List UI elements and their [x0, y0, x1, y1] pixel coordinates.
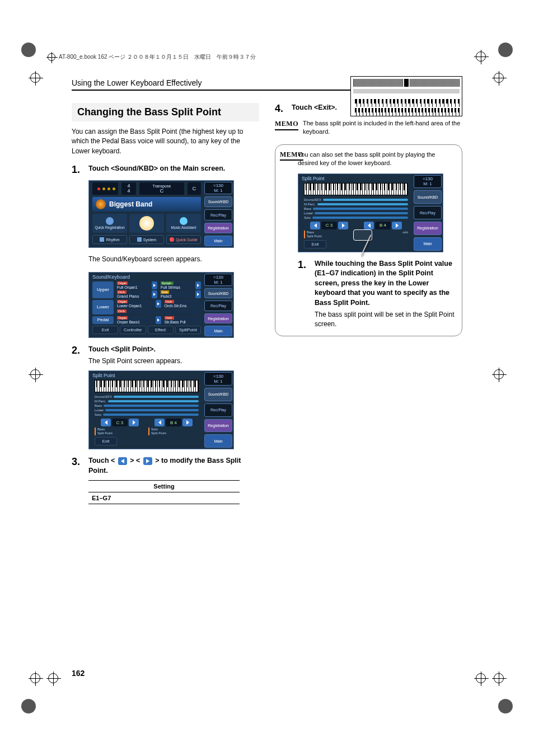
voice-l1[interactable]: OrganLower Organ1	[115, 300, 154, 308]
right-arrow-icon	[143, 457, 152, 465]
part-lower[interactable]: Lower	[92, 300, 114, 314]
solo-split-value[interactable]: B 4	[375, 222, 391, 229]
voice-u2[interactable]: Symph.Full Strings	[159, 281, 194, 289]
bass-split-group: C 3 Bass Split Point	[304, 222, 354, 238]
step-number: 1.	[72, 164, 83, 176]
split-point-screen: Split Point Drums/SFX M.Perc. Bass Lower…	[88, 370, 234, 449]
page-number: 162	[72, 669, 85, 678]
memo-text: The bass split point is included in the …	[303, 119, 462, 137]
main-screen: 4 4 Transpose C C Biggest Band Quick Reg…	[88, 180, 234, 248]
step-2: 2. Touch <Split Point>. The Split Point …	[72, 345, 259, 366]
bass-dec-button[interactable]	[101, 419, 111, 426]
splitpoint-button[interactable]: SplitPoint	[175, 326, 201, 334]
voice-next-icon[interactable]	[156, 300, 161, 308]
voice-next-icon[interactable]	[195, 290, 201, 298]
memo-icon: MEMO	[275, 119, 298, 130]
style-disc-icon	[96, 199, 106, 209]
voice-next-icon[interactable]	[195, 281, 201, 289]
voice-next-icon[interactable]	[152, 281, 157, 289]
voice-next-icon[interactable]	[156, 316, 161, 324]
tempo-indicator: =130M: 1	[414, 175, 442, 189]
split-point-screen-memo: Split Point Drums/SFX M.Perc. Bass Lower…	[298, 173, 443, 252]
left-arrow-icon	[118, 457, 127, 465]
registration-side-button[interactable]: Registration	[204, 223, 232, 233]
step-head: Touch < > < > to modify the Bass Split P…	[88, 456, 259, 476]
solo-inc-button[interactable]	[182, 419, 193, 426]
memo-text: You can also set the bass split point by…	[298, 151, 455, 168]
step-3: 3. Touch < > < > to modify the Bass Spli…	[72, 456, 259, 476]
quick-registration-button[interactable]: Quick Registration	[92, 214, 127, 233]
transpose-cell[interactable]: Transpose C	[139, 182, 184, 195]
step-after: The bass split point will be set in the …	[315, 310, 455, 329]
controller-button[interactable]: Controller	[120, 326, 146, 334]
bass-dec-button[interactable]	[310, 222, 320, 229]
recplay-side-button[interactable]: Rec/Play	[414, 206, 442, 219]
voice-u3[interactable]: Orch.Grand Piano	[115, 290, 150, 298]
voice-p1[interactable]: OrganOrgan Bass1	[115, 316, 154, 324]
step-1: 1. Touch <Sound/KBD> on the Main screen.	[72, 164, 259, 176]
effect-button[interactable]: Effect	[148, 326, 174, 334]
quick-guide-button[interactable]: Quick Guide	[166, 235, 201, 244]
voice-next-icon[interactable]	[152, 290, 157, 298]
solo-dec-button[interactable]	[154, 419, 165, 426]
header-filename: AT-800_e.book 162 ページ ２００８年１０月１５日 水曜日 午前…	[59, 53, 256, 61]
bass-inc-button[interactable]	[129, 419, 139, 426]
voice-p2[interactable]: Orch.Str.Bass Pdl	[163, 316, 202, 324]
voice-l3[interactable]: Orch.	[115, 309, 201, 314]
soundkbd-side-button[interactable]: Sound/KBD	[414, 190, 442, 204]
main-side-button[interactable]: Main	[414, 237, 442, 251]
screen-title: Split Point	[302, 176, 410, 181]
soundkbd-side-button[interactable]: Sound/KBD	[204, 196, 232, 207]
memo-step-1: 1. While touching the Bass Split Point v…	[298, 259, 455, 329]
memo-1: MEMO The bass split point is included in…	[275, 119, 462, 137]
registration-side-button[interactable]: Registration	[414, 222, 442, 235]
memo-box: MEMO You can also set the bass split poi…	[275, 144, 462, 336]
step-1-after: The Sound/Keyboard screen appears.	[88, 255, 259, 264]
rhythm-button[interactable]: Rhythm	[92, 235, 127, 244]
bass-split-caption: Bass Split Point	[95, 428, 145, 435]
solo-dec-button[interactable]	[364, 222, 374, 229]
step-number: 2.	[72, 345, 83, 366]
screen-title: Split Point	[92, 373, 201, 378]
system-button[interactable]: System	[129, 235, 164, 244]
mini-keyboard-icon	[304, 183, 408, 195]
zone-cell[interactable]: C	[188, 182, 201, 195]
step-head: Touch <Sound/KBD> on the Main screen.	[88, 164, 259, 174]
solo-inc-button[interactable]	[392, 222, 402, 229]
screen-title: Sound/Keyboard	[92, 274, 201, 280]
style-band[interactable]: Biggest Band	[92, 197, 201, 212]
crop-target-icon	[48, 53, 55, 61]
setting-header: Setting	[88, 481, 240, 492]
memo-icon: MEMO	[280, 151, 303, 161]
step-head: While touching the Bass Split Point valu…	[315, 259, 455, 308]
voice-u1[interactable]: OrganFull Organ1	[115, 281, 150, 289]
product-illustration	[350, 76, 462, 116]
step-number: 1.	[298, 259, 309, 329]
voice-u4[interactable]: SoloFlute3	[159, 290, 194, 298]
setting-value: E1–G7	[88, 492, 240, 504]
exit-button[interactable]: Exit	[95, 437, 117, 445]
recplay-side-button[interactable]: Rec/Play	[204, 403, 232, 417]
bass-inc-button[interactable]	[338, 222, 348, 229]
step-after: The Split Point screen appears.	[88, 356, 259, 366]
recplay-side-button[interactable]: Rec/Play	[204, 209, 232, 220]
soundkbd-side-button[interactable]: Sound/KBD	[204, 288, 232, 299]
music-assistant-button[interactable]: Music Assistant	[166, 214, 201, 233]
main-side-button[interactable]: Main	[204, 236, 232, 246]
voice-l2[interactable]: Orch.Orch.Str.Ens	[163, 300, 202, 308]
part-pedal[interactable]: Pedal	[92, 316, 114, 324]
exit-button[interactable]: Exit	[304, 240, 326, 248]
exit-button[interactable]: Exit	[92, 326, 118, 334]
section-title: Changing the Bass Split Point	[72, 103, 259, 121]
registration-side-button[interactable]: Registration	[204, 313, 232, 324]
bass-split-value[interactable]: C 3	[112, 419, 128, 426]
main-side-button[interactable]: Main	[204, 434, 232, 448]
bass-split-value[interactable]: C 3	[321, 222, 337, 229]
main-side-button[interactable]: Main	[204, 326, 232, 336]
solo-split-value[interactable]: B 4	[166, 419, 181, 426]
part-upper[interactable]: Upper	[92, 281, 114, 298]
split-lanes: Drums/SFX M.Perc. Bass Lower Solo	[95, 395, 199, 417]
registration-side-button[interactable]: Registration	[204, 419, 232, 433]
recplay-side-button[interactable]: Rec/Play	[204, 300, 232, 311]
soundkbd-side-button[interactable]: Sound/KBD	[204, 388, 232, 401]
